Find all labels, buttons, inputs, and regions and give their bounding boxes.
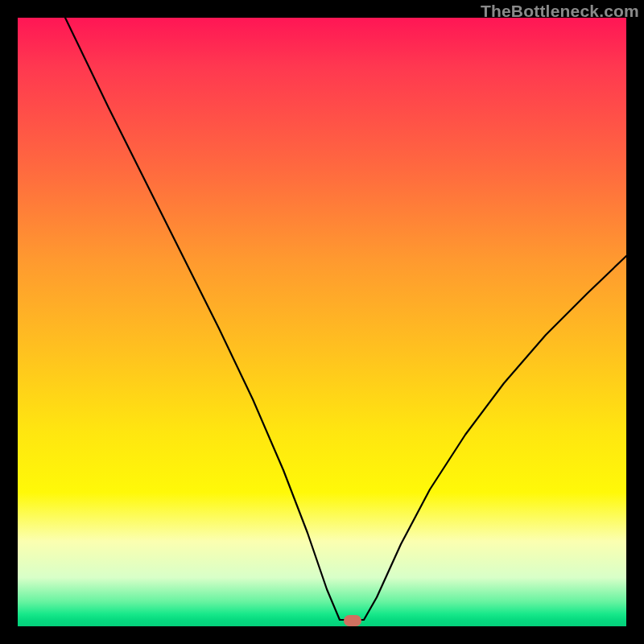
watermark-text: TheBottleneck.com [481, 2, 639, 21]
bottleneck-curve [18, 18, 626, 626]
plot-area [18, 18, 626, 626]
curve-path [65, 18, 626, 620]
optimal-marker [344, 615, 361, 626]
chart-frame: TheBottleneck.com [0, 0, 644, 644]
